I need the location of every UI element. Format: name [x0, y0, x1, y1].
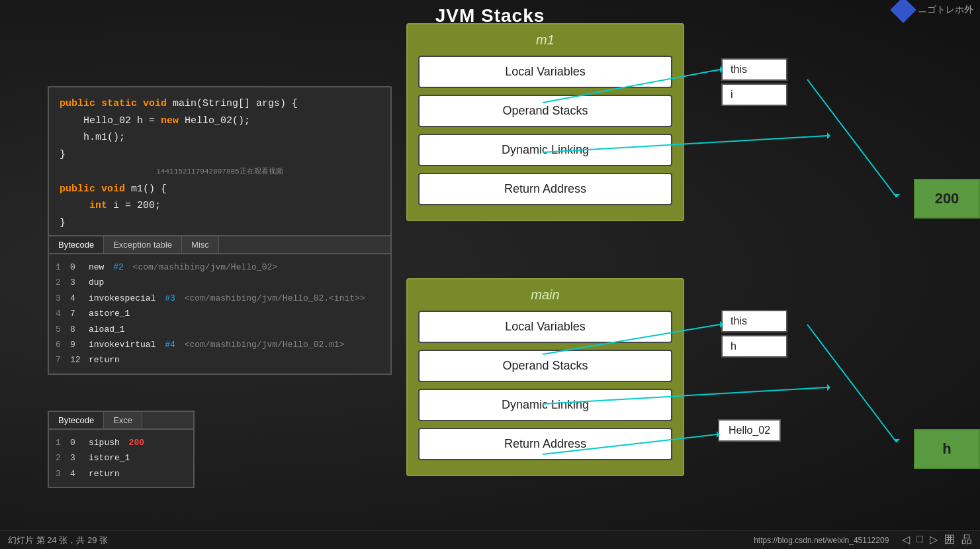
- m1-frame-title: m1: [418, 32, 672, 48]
- code-line-7: }: [60, 215, 380, 232]
- main-h-var: h: [721, 335, 787, 358]
- tab-misc-1[interactable]: Misc: [182, 236, 219, 253]
- bytecode-line-4: 4 7 astore_1: [56, 306, 384, 321]
- m1-stack-frame: m1 Local Variables Operand Stacks Dynami…: [406, 23, 684, 232]
- value-h-block: h: [914, 429, 980, 469]
- bytecode-line-7: 7 12 return: [56, 352, 384, 368]
- tab-bar-1: Bytecode Exception table Misc: [49, 236, 390, 254]
- main-local-variables: Local Variables: [418, 311, 672, 343]
- status-url: https://blog.csdn.net/weixin_45112209: [754, 536, 889, 545]
- logo-diamond-icon: [890, 0, 916, 23]
- bytecode-line-2: 2 3 dup: [56, 275, 384, 290]
- bytecode-line-3: 3 4 invokespecial #3 <com/mashibing/jvm/…: [56, 291, 384, 306]
- code-line-6: int i = 200;: [60, 197, 380, 215]
- main-stack-frame: main Local Variables Operand Stacks Dyna…: [406, 278, 684, 487]
- bytecode-panel-2: Bytecode Exce 1 0 sipush 200 2 3 istore_…: [48, 411, 195, 488]
- bytecode-line-6: 6 9 invokevirtual #4 <com/mashibing/jvm/…: [56, 337, 384, 352]
- m1-operand-stacks: Operand Stacks: [418, 95, 672, 127]
- bytecode2-line-1: 1 0 sipush 200: [56, 435, 187, 450]
- grid-icon[interactable]: 囲: [944, 533, 955, 547]
- bytecode-line-5: 5 8 aload_1: [56, 322, 384, 337]
- forward-icon[interactable]: ▷: [930, 533, 938, 547]
- code-line-1: public static void main(String[] args) {: [60, 95, 380, 113]
- main-frame-title: main: [418, 287, 672, 303]
- value-h: h: [942, 440, 951, 458]
- bytecode2-line-2: 2 3 istore_1: [56, 450, 187, 466]
- bytecode-line-1: 1 0 new #2 <com/mashibing/jvm/Hello_02>: [56, 260, 384, 275]
- back-icon[interactable]: ◁: [902, 533, 910, 547]
- code-line-4: }: [60, 146, 380, 164]
- value-200-block: 200: [914, 179, 980, 219]
- code-line-5: public void m1() {: [60, 181, 380, 198]
- m1-dynamic-linking: Dynamic Linking: [418, 134, 672, 166]
- code-line-3: h.m1();: [60, 129, 380, 146]
- main-variables: this h: [721, 310, 787, 360]
- hello02-label: Hello_02: [718, 419, 781, 442]
- bytecode2-line-3: 3 4 return: [56, 466, 187, 481]
- bytecode-panel-1: Bytecode Exception table Misc 1 0 new #2…: [48, 235, 392, 375]
- m1-return-address: Return Address: [418, 173, 672, 205]
- m1-variables: this i: [721, 58, 787, 109]
- apps-icon[interactable]: 品: [961, 533, 972, 547]
- hello02-box: Hello_02: [718, 419, 781, 442]
- main-dynamic-linking: Dynamic Linking: [418, 389, 672, 421]
- main-operand-stacks: Operand Stacks: [418, 350, 672, 382]
- m1-i-var: i: [721, 83, 787, 106]
- main-frame: main Local Variables Operand Stacks Dyna…: [406, 278, 684, 476]
- code-line-2: Hello_02 h = new Hello_02();: [60, 113, 380, 130]
- status-right: https://blog.csdn.net/weixin_45112209 ◁ …: [754, 533, 972, 547]
- m1-frame: m1 Local Variables Operand Stacks Dynami…: [406, 23, 684, 221]
- main-return-address: Return Address: [418, 428, 672, 460]
- stop-icon[interactable]: □: [916, 533, 923, 547]
- bytecode-content-1: 1 0 new #2 <com/mashibing/jvm/Hello_02> …: [49, 254, 390, 374]
- tab-bytecode-1[interactable]: Bytecode: [49, 236, 104, 253]
- status-icons: ◁ □ ▷ 囲 品: [902, 533, 972, 547]
- main-this-var: this: [721, 310, 787, 332]
- logo-area: ㅡゴトレホ外: [848, 0, 980, 20]
- tab-bar-2: Bytecode Exce: [49, 412, 193, 430]
- slide-info: 幻灯片 第 24 张，共 29 张: [8, 534, 108, 546]
- m1-this-var: this: [721, 58, 787, 81]
- logo-text: ㅡゴトレホ外: [918, 4, 973, 16]
- m1-local-variables: Local Variables: [418, 56, 672, 88]
- tab-exception-2[interactable]: Exce: [104, 412, 142, 428]
- watermark: 1441152117942807805正在观看视频: [60, 166, 380, 178]
- status-bar: 幻灯片 第 24 张，共 29 张 https://blog.csdn.net/…: [0, 530, 980, 549]
- bytecode-content-2: 1 0 sipush 200 2 3 istore_1 3 4 return: [49, 430, 193, 487]
- value-200: 200: [935, 190, 959, 207]
- tab-exception-1[interactable]: Exception table: [104, 236, 182, 253]
- code-panel-top: public static void main(String[] args) {…: [48, 86, 392, 240]
- tab-bytecode-2[interactable]: Bytecode: [49, 412, 104, 428]
